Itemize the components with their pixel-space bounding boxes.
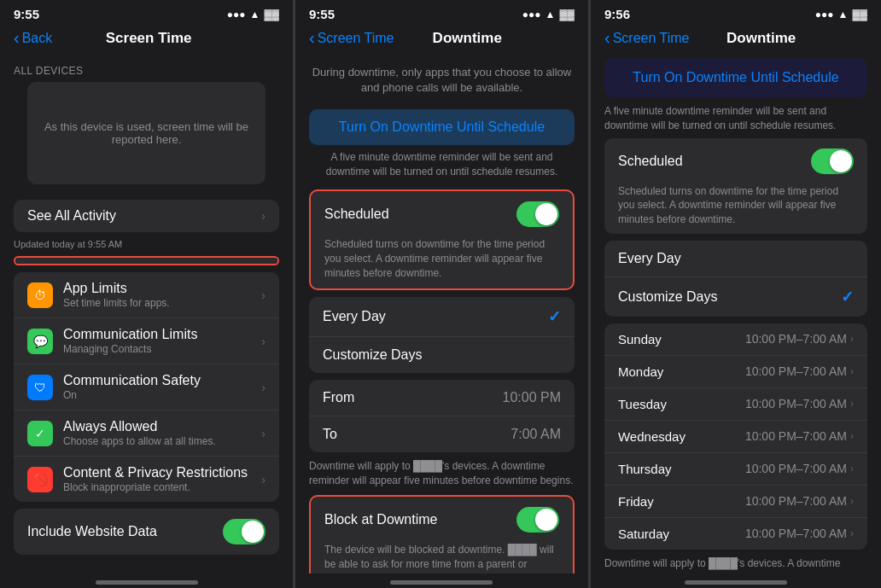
- scheduled-label: Scheduled: [324, 207, 389, 222]
- app-limits-subtitle: Set time limits for apps.: [63, 297, 261, 309]
- comm-limits-subtitle: Managing Contacts: [63, 343, 261, 355]
- signal-icon-3: ●●●: [815, 9, 834, 20]
- friday-chevron: ›: [850, 495, 854, 507]
- status-icons-2: ●●● ▲ ▓▓: [522, 9, 575, 20]
- turn-on-button[interactable]: Turn On Downtime Until Schedule: [309, 109, 575, 145]
- content-privacy-chevron: ›: [261, 473, 265, 486]
- block-section: Block at Downtime The device will be blo…: [309, 495, 575, 573]
- saturday-row[interactable]: Saturday 10:00 PM–7:00 AM ›: [604, 518, 867, 550]
- status-bar-2: 9:55 ●●● ▲ ▓▓: [295, 0, 588, 25]
- every-day-checkmark: ✓: [548, 307, 561, 326]
- right-turn-on-button[interactable]: Turn On Downtime Until Schedule: [604, 58, 867, 97]
- to-row[interactable]: To 7:00 AM: [309, 416, 575, 452]
- back-chevron-icon-2: ‹: [309, 28, 315, 48]
- right-customize-days-row[interactable]: Customize Days ✓: [604, 277, 867, 317]
- home-indicator-3: [591, 573, 881, 588]
- block-desc: The device will be blocked at downtime. …: [311, 543, 573, 573]
- sunday-time: 10:00 PM–7:00 AM: [745, 332, 847, 346]
- every-day-row[interactable]: Every Day ✓: [309, 297, 575, 337]
- comm-safety-item[interactable]: 🛡 Communication Safety On ›: [14, 364, 279, 410]
- monday-row[interactable]: Monday 10:00 PM–7:00 AM ›: [604, 356, 867, 388]
- always-allowed-item[interactable]: ✓ Always Allowed Choose apps to allow at…: [14, 410, 279, 457]
- thursday-label: Thursday: [618, 462, 672, 476]
- always-allowed-title: Always Allowed: [63, 419, 261, 434]
- customize-days-label: Customize Days: [323, 347, 422, 363]
- scheduled-row: Scheduled: [311, 191, 573, 237]
- app-limits-item[interactable]: ⏱ App Limits Set time limits for apps. ›: [14, 272, 279, 318]
- wifi-icon-2: ▲: [546, 9, 556, 20]
- nav-bar-3: ‹ Screen Time Downtime: [591, 25, 881, 55]
- home-indicator-2: [295, 573, 588, 588]
- status-bar-3: 9:56 ●●● ▲ ▓▓: [591, 0, 881, 25]
- status-time-2: 9:55: [309, 7, 335, 21]
- comm-limits-item[interactable]: 💬 Communication Limits Managing Contacts…: [14, 318, 279, 364]
- app-limits-icon: ⏱: [27, 282, 53, 308]
- website-data-toggle[interactable]: [223, 519, 265, 544]
- from-row[interactable]: From 10:00 PM: [309, 380, 575, 416]
- to-label: To: [323, 427, 337, 442]
- status-icons-1: ●●● ▲ ▓▓: [227, 9, 279, 20]
- to-value: 7:00 AM: [511, 427, 561, 442]
- app-limits-text: App Limits Set time limits for apps.: [63, 281, 261, 309]
- back-button-2[interactable]: ‹ Screen Time: [309, 28, 394, 48]
- battery-icon-2: ▓▓: [559, 9, 575, 20]
- scheduled-toggle[interactable]: [516, 201, 559, 227]
- see-activity-row[interactable]: See All Activity ›: [14, 200, 279, 232]
- website-data-row[interactable]: Include Website Data: [14, 509, 279, 555]
- see-activity-chevron: ›: [261, 209, 265, 223]
- right-turn-on-subtitle: A five minute downtime reminder will be …: [591, 104, 881, 138]
- monday-label: Monday: [618, 364, 663, 379]
- comm-safety-chevron: ›: [261, 381, 265, 394]
- status-time-1: 9:55: [14, 7, 39, 21]
- wifi-icon: ▲: [250, 9, 260, 20]
- signal-icon: ●●●: [227, 9, 246, 20]
- panel2-downtime: 9:55 ●●● ▲ ▓▓ ‹ Screen Time Downtime Dur…: [295, 0, 588, 588]
- scheduled-section: Scheduled Scheduled turns on downtime fo…: [309, 189, 575, 290]
- content-privacy-text: Content & Privacy Restrictions Block ina…: [63, 465, 261, 493]
- device-preview-text: As this device is used, screen time will…: [27, 107, 265, 160]
- nav-title-2: Downtime: [394, 30, 540, 47]
- day-options-section: Every Day ✓ Customize Days: [309, 297, 575, 373]
- turn-on-subtitle: A five minute downtime reminder will be …: [309, 150, 575, 179]
- app-limits-chevron: ›: [261, 288, 265, 302]
- home-indicator-1: [0, 573, 293, 588]
- right-scheduled-toggle[interactable]: [811, 148, 854, 174]
- back-button-1[interactable]: ‹ Back: [14, 28, 52, 48]
- battery-icon-3: ▓▓: [852, 9, 867, 20]
- always-allowed-text: Always Allowed Choose apps to allow at a…: [63, 419, 261, 447]
- comm-safety-subtitle: On: [63, 389, 261, 401]
- content-privacy-subtitle: Block inappropriate content.: [63, 481, 261, 493]
- app-limits-title: App Limits: [63, 281, 261, 296]
- right-every-day-row[interactable]: Every Day: [604, 241, 867, 277]
- back-button-3[interactable]: ‹ Screen Time: [604, 28, 689, 48]
- content-privacy-item[interactable]: 🚫 Content & Privacy Restrictions Block i…: [14, 457, 279, 502]
- comm-safety-text: Communication Safety On: [63, 373, 261, 401]
- sunday-row[interactable]: Sunday 10:00 PM–7:00 AM ›: [604, 323, 867, 356]
- tuesday-chevron: ›: [850, 398, 854, 410]
- customize-days-row[interactable]: Customize Days: [309, 337, 575, 373]
- right-scheduled-desc: Scheduled turns on downtime for the time…: [604, 184, 867, 234]
- right-scheduled-row: Scheduled: [604, 138, 867, 184]
- thursday-row[interactable]: Thursday 10:00 PM–7:00 AM ›: [604, 453, 867, 486]
- home-bar-1: [96, 580, 198, 585]
- downtime-menu-item[interactable]: ⏰ Downtime Off until schedule ›: [15, 258, 277, 265]
- content-privacy-title: Content & Privacy Restrictions: [63, 465, 261, 480]
- tuesday-row[interactable]: Tuesday 10:00 PM–7:00 AM ›: [604, 388, 867, 421]
- downtime-info-text: During downtime, only apps that you choo…: [309, 55, 575, 109]
- wednesday-chevron: ›: [850, 430, 854, 442]
- thursday-chevron: ›: [850, 463, 854, 474]
- wednesday-row[interactable]: Wednesday 10:00 PM–7:00 AM ›: [604, 421, 867, 453]
- friday-row[interactable]: Friday 10:00 PM–7:00 AM ›: [604, 486, 867, 518]
- downtime-section-highlighted: ⏰ Downtime Off until schedule ›: [14, 256, 279, 265]
- back-chevron-icon: ‹: [14, 28, 20, 48]
- panel3-scroll-content: Turn On Downtime Until Schedule A five m…: [591, 55, 881, 573]
- from-label: From: [323, 390, 354, 405]
- block-toggle[interactable]: [516, 507, 559, 533]
- tuesday-label: Tuesday: [618, 397, 667, 411]
- device-preview: As this device is used, screen time will…: [27, 82, 265, 184]
- always-allowed-subtitle: Choose apps to allow at all times.: [63, 435, 261, 447]
- tuesday-time: 10:00 PM–7:00 AM: [745, 397, 847, 410]
- wifi-icon-3: ▲: [838, 9, 849, 20]
- comm-limits-icon: 💬: [27, 329, 53, 354]
- friday-label: Friday: [618, 494, 654, 509]
